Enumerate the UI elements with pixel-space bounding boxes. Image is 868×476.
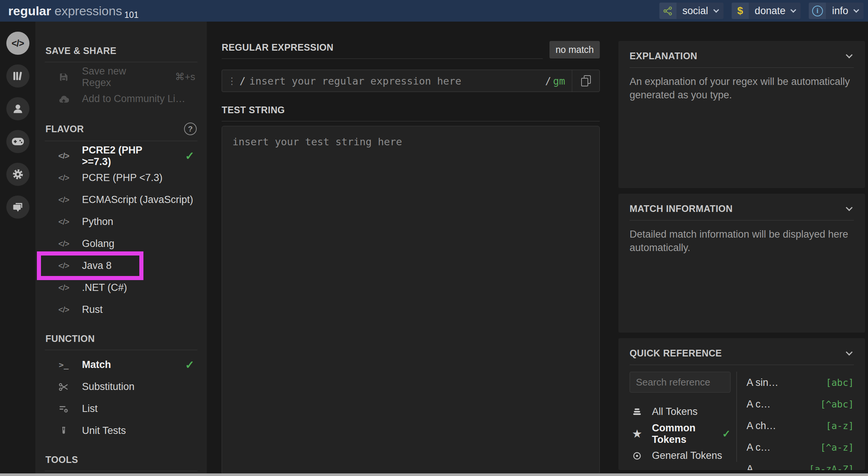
test-string-title: TEST STRING <box>222 105 285 115</box>
reference-search-input[interactable] <box>630 372 731 393</box>
regex-section-title: REGULAR EXPRESSION <box>222 42 333 53</box>
star-icon: ★ <box>631 428 643 440</box>
info-button[interactable]: i info <box>809 3 864 19</box>
chevron-down-icon <box>791 7 796 13</box>
function-section-title: FUNCTION <box>45 333 197 350</box>
sidebar: SAVE & SHARE Save new Regex ⌘+s <box>35 22 207 473</box>
horizontal-scrollbar[interactable] <box>0 473 868 476</box>
flavor-item-python[interactable]: </> Python <box>45 211 197 233</box>
share-nodes-icon <box>659 3 677 19</box>
regex-editor-rail-button[interactable]: </> <box>6 32 29 55</box>
category-general-tokens[interactable]: General Tokens <box>630 445 731 467</box>
donate-button-label: donate <box>749 5 791 17</box>
save-icon <box>57 72 71 82</box>
code-icon: </> <box>57 151 71 161</box>
circle-dot-icon <box>631 451 643 461</box>
cloud-upload-icon <box>57 95 71 104</box>
test-string-input[interactable] <box>222 126 600 475</box>
flavor-item-golang[interactable]: </> Golang <box>45 233 197 255</box>
check-icon: ✓ <box>185 358 197 371</box>
category-common-tokens[interactable]: ★ Common Tokens ✓ <box>630 423 731 445</box>
regex-flags[interactable]: gm <box>553 75 565 87</box>
function-list: >_ Match ✓ Substitution <box>45 354 197 442</box>
collapse-chevron-icon[interactable] <box>846 204 852 211</box>
terminal-icon: >_ <box>57 360 71 369</box>
token-row[interactable]: A ch… [a-z] <box>747 415 854 437</box>
function-item-unit-tests[interactable]: Unit Tests <box>45 420 197 442</box>
function-item-substitution[interactable]: Substitution <box>45 376 197 398</box>
check-icon: ✓ <box>722 428 731 440</box>
chevron-down-icon <box>853 7 859 13</box>
code-icon: </> <box>57 305 71 315</box>
token-list: A sin… [abc] A c… [^abc] A ch… [a-z] A c… <box>737 372 854 462</box>
flavor-item-java8[interactable]: </> Java 8 <box>45 255 197 277</box>
regex-open-delimiter: / <box>240 75 245 87</box>
add-to-community-label: Add to Community Li… <box>82 93 186 105</box>
library-icon <box>12 70 23 82</box>
main-editor: REGULAR EXPRESSION no match ⋮ / / gm TES… <box>207 22 609 473</box>
flavor-item-pcre2[interactable]: </> PCRE2 (PHP >=7.3) ✓ <box>45 145 197 167</box>
match-information-body: Detailed match information will be displ… <box>630 220 854 254</box>
flavor-item-pcre[interactable]: </> PCRE (PHP <7.3) <box>45 167 197 189</box>
account-rail-button[interactable] <box>6 97 29 120</box>
chat-icon <box>12 201 23 213</box>
info-icon: i <box>809 3 826 19</box>
category-anchors[interactable]: Anchors <box>630 467 731 470</box>
code-icon: </> <box>57 217 71 227</box>
code-icon: </> <box>57 239 71 249</box>
header-nav: social $ donate i info <box>659 3 864 19</box>
quick-reference-categories: All Tokens ★ Common Tokens ✓ <box>630 372 736 462</box>
regex-input-box: ⋮ / / gm <box>222 70 600 92</box>
function-item-list[interactable]: List <box>45 398 197 420</box>
match-status-badge: no match <box>549 41 600 58</box>
social-button[interactable]: social <box>659 3 723 19</box>
library-rail-button[interactable] <box>6 64 29 88</box>
token-row[interactable]: A c… [^abc] <box>747 393 854 415</box>
test-string-header: TEST STRING <box>222 105 600 121</box>
regex-input[interactable] <box>245 70 545 92</box>
function-item-match[interactable]: >_ Match ✓ <box>45 354 197 376</box>
donate-button[interactable]: $ donate <box>732 3 801 19</box>
tools-section-title: TOOLS <box>45 454 197 471</box>
explanation-title: EXPLANATION <box>630 51 697 61</box>
code-icon: </> <box>57 195 71 205</box>
flavor-item-rust[interactable]: </> Rust <box>45 299 197 321</box>
flavor-item-dotnet[interactable]: </> .NET (C#) <box>45 277 197 299</box>
list-icon <box>57 404 71 414</box>
explanation-body: An explanation of your regex will be aut… <box>630 68 854 102</box>
flavor-list: </> PCRE2 (PHP >=7.3) ✓ </> PCRE (PHP <7… <box>45 145 197 321</box>
flavor-help-icon[interactable]: ? <box>184 123 197 135</box>
save-new-regex-label: Save new Regex <box>82 66 153 89</box>
drag-handle-icon[interactable]: ⋮ <box>227 76 237 86</box>
gamepad-icon <box>12 137 24 146</box>
regex-header: REGULAR EXPRESSION no match <box>222 41 600 60</box>
right-panel: EXPLANATION An explanation of your regex… <box>609 22 868 473</box>
app-logo: regularexpressions101 <box>8 4 139 18</box>
category-all-tokens[interactable]: All Tokens <box>630 401 731 423</box>
token-row[interactable]: A c… [^a-z] <box>747 437 854 458</box>
info-button-label: info <box>826 5 853 17</box>
copy-regex-button[interactable] <box>572 70 599 92</box>
add-to-community-item[interactable]: Add to Community Li… <box>45 88 197 110</box>
save-shortcut: ⌘+s <box>175 71 197 83</box>
save-new-regex-item[interactable]: Save new Regex ⌘+s <box>45 66 197 88</box>
code-icon: </> <box>57 261 71 271</box>
settings-rail-button[interactable] <box>6 163 29 186</box>
match-information-card: MATCH INFORMATION Detailed match informa… <box>618 194 865 333</box>
collapse-chevron-icon[interactable] <box>846 349 852 355</box>
flavor-section-title: FLAVOR ? <box>45 123 197 141</box>
quick-reference-title: QUICK REFERENCE <box>630 348 722 359</box>
app-header: regularexpressions101 social $ donate <box>0 0 868 22</box>
feedback-rail-button[interactable] <box>6 196 29 219</box>
save-share-list: Save new Regex ⌘+s Add to Community Li… <box>45 66 197 110</box>
code-icon: </> <box>57 283 71 293</box>
match-information-title: MATCH INFORMATION <box>630 203 733 214</box>
social-button-label: social <box>677 5 713 17</box>
token-row[interactable]: A sin… [abc] <box>747 372 854 393</box>
collapse-chevron-icon[interactable] <box>846 51 852 58</box>
explanation-card: EXPLANATION An explanation of your regex… <box>618 41 865 188</box>
token-row[interactable]: A… [a-zA-Z] <box>747 458 854 470</box>
flavor-item-ecmascript[interactable]: </> ECMAScript (JavaScript) <box>45 189 197 211</box>
discord-rail-button[interactable] <box>6 130 29 153</box>
save-share-section-title: SAVE & SHARE <box>45 45 197 62</box>
